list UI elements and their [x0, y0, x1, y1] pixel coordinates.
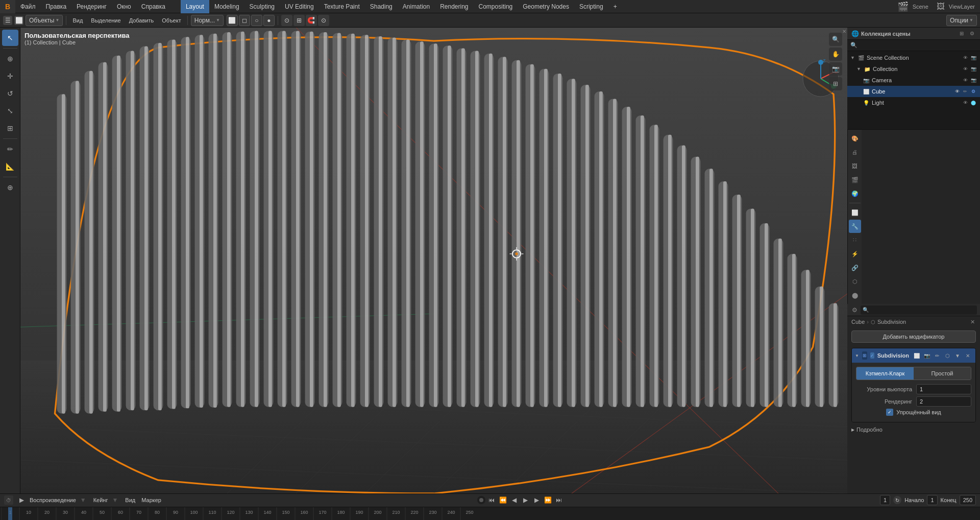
mode-dropdown[interactable]: Объекты ▼ [26, 15, 63, 26]
workspace-modeling[interactable]: Modeling [209, 0, 244, 13]
menu-window[interactable]: Окно [112, 0, 136, 13]
prev-frame-btn[interactable]: ⏪ [498, 495, 508, 505]
tool-annotate[interactable]: ✏ [2, 141, 18, 157]
tool-measure[interactable]: 📐 [2, 158, 18, 175]
shading-material[interactable]: ○ [251, 15, 262, 26]
prop-tab-view-layer[interactable]: 🖼 [849, 159, 861, 173]
cam-vis-render[interactable]: 📷 [970, 77, 977, 84]
timeline-ruler[interactable]: 1 10 20 30 40 50 60 70 80 [0, 507, 980, 520]
outliner-item-collection[interactable]: ▼ 📁 Collection 👁 📷 [847, 63, 980, 75]
modifier-enable-btn[interactable]: ✓ [870, 352, 874, 359]
modifier-expand-toggle[interactable]: ▼ [855, 353, 859, 358]
object-menu[interactable]: Объект [159, 15, 184, 26]
grid-toggle-btn[interactable]: ⊞ [829, 77, 842, 90]
tool-move[interactable]: ✛ [2, 68, 18, 84]
prop-tab-scene[interactable]: 🎬 [849, 173, 861, 186]
levels-value[interactable]: 1 [916, 384, 971, 394]
add-modifier-button[interactable]: Добавить модификатор [851, 330, 976, 343]
workspace-scripting[interactable]: Scripting [574, 0, 608, 13]
viewport-canvas[interactable]: Пользовательская перспектива (1) Collect… [20, 28, 847, 493]
cube-vis-render[interactable]: ✏ [962, 88, 969, 95]
prop-tab-output[interactable]: 🖨 [849, 146, 861, 159]
outliner-item-camera[interactable]: 📷 Camera 👁 📷 [847, 75, 980, 86]
details-collapse[interactable]: ▶ Подробно [847, 424, 980, 435]
prop-tab-data[interactable]: ⬡ [849, 275, 861, 288]
prop-tab-object[interactable]: ⬜ [849, 206, 861, 219]
next-keyframe-btn[interactable]: ▶ [531, 495, 542, 505]
close-panel-btn[interactable]: ✕ [969, 318, 976, 325]
timeline-view-label[interactable]: Вид [125, 497, 135, 503]
modifier-block-header[interactable]: ▼ ⊞ ✓ Subdivision ⬜ 📷 ✏ ⬡ ▼ [852, 348, 975, 363]
sync-frame-btn[interactable]: ↻ [893, 496, 901, 504]
modifier-edit-btn[interactable]: ✏ [933, 351, 942, 360]
3d-viewport[interactable]: Пользовательская перспектива (1) Collect… [20, 28, 847, 493]
prop-tab-physics[interactable]: ⚡ [849, 247, 861, 261]
zoom-in-btn[interactable]: 🔍 [829, 33, 842, 46]
timeline-marker-label[interactable]: Маркер [141, 497, 161, 503]
frame-end-input[interactable]: 250 [960, 495, 976, 505]
prop-tab-render[interactable]: 🎨 [849, 132, 861, 145]
simple-tab[interactable]: Простой [914, 367, 971, 380]
workspace-compositing[interactable]: Compositing [474, 0, 518, 13]
catmull-clark-tab[interactable]: Кэтмелл-Кларк [856, 367, 914, 380]
properties-settings-icon[interactable]: ⚙ [850, 306, 859, 314]
tool-add[interactable]: ⊕ [2, 179, 18, 196]
hand-tool-btn[interactable]: ✋ [829, 48, 842, 61]
prev-keyframe-btn[interactable]: ◀ [509, 495, 519, 505]
camera-view-btn[interactable]: 📷 [829, 62, 842, 76]
workspace-uv-editing[interactable]: UV Editing [280, 0, 319, 13]
light-vis-eye[interactable]: 👁 [962, 99, 969, 106]
workspace-texture-paint[interactable]: Texture Paint [319, 0, 365, 13]
keying-label[interactable]: Кейнг [93, 497, 108, 503]
shading-dropdown[interactable]: Норм... ▼ [191, 15, 224, 26]
workspace-sculpting[interactable]: Sculpting [244, 0, 280, 13]
prop-tab-particles[interactable]: ∷ [849, 233, 861, 247]
jump-start-btn[interactable]: ⏮ [486, 495, 497, 505]
playback-label[interactable]: Воспроизведение [30, 497, 76, 503]
current-frame-input[interactable]: 1 [880, 495, 890, 505]
cube-vis-eye[interactable]: 👁 [953, 88, 961, 95]
simplified-checkbox[interactable]: ✓ [886, 409, 893, 416]
proportional-toggle[interactable]: ⊙ [318, 15, 329, 26]
modifier-cage-btn[interactable]: ⬡ [943, 351, 952, 360]
viewport-gizmo-toggle[interactable]: ⊞ [293, 15, 305, 26]
light-vis-render[interactable]: ⬤ [970, 99, 977, 106]
col-vis-eye[interactable]: 👁 [962, 65, 969, 73]
tool-select[interactable]: ↖ [2, 30, 18, 46]
shading-wireframe[interactable]: ◻ [239, 15, 250, 26]
outliner-item-light[interactable]: 💡 Light 👁 ⬤ [847, 97, 980, 108]
properties-search[interactable]: 🔍 [861, 305, 977, 315]
cam-vis-eye[interactable]: 👁 [962, 77, 969, 84]
menu-help[interactable]: Справка [136, 0, 170, 13]
vis-eye[interactable]: 👁 [962, 54, 969, 61]
modifier-realtime-btn[interactable]: ⬜ [912, 351, 921, 360]
shading-rendered[interactable]: ● [263, 15, 275, 26]
modifier-close-btn[interactable]: ✕ [963, 351, 972, 360]
timeline-type-icon[interactable]: ⏱ [4, 495, 13, 505]
workspace-add[interactable]: + [608, 0, 622, 13]
prop-tab-material[interactable]: ⬤ [849, 289, 861, 302]
workspace-shading[interactable]: Shading [365, 0, 398, 13]
next-frame-btn[interactable]: ⏩ [543, 495, 553, 505]
shading-solid[interactable]: ⬜ [227, 15, 238, 26]
prop-tab-constraints[interactable]: 🔗 [849, 261, 861, 274]
modifier-apply-btn[interactable]: ▼ [953, 351, 962, 360]
toolbar-toggle[interactable]: ☰ [3, 16, 12, 25]
options-dropdown[interactable]: Опции ▼ [946, 15, 977, 26]
add-menu[interactable]: Добавить [126, 15, 157, 26]
workspace-animation[interactable]: Animation [398, 0, 435, 13]
menu-file[interactable]: Файл [15, 0, 41, 13]
vis-render[interactable]: 📷 [970, 54, 977, 61]
jump-end-btn[interactable]: ⏭ [554, 495, 564, 505]
prop-tab-modifier[interactable]: 🔧 [849, 220, 861, 233]
tool-scale[interactable]: ⤡ [2, 103, 18, 119]
tool-transform[interactable]: ⊞ [2, 120, 18, 136]
menu-edit[interactable]: Правка [41, 0, 72, 13]
outliner-item-scene-collection[interactable]: ▼ 🎬 Scene Collection 👁 📷 [847, 52, 980, 63]
prop-tab-world[interactable]: 🌍 [849, 187, 861, 200]
menu-render[interactable]: Рендеринг [71, 0, 112, 13]
viewport-icon[interactable]: ⬜ [14, 16, 23, 25]
outliner-filter[interactable]: ⊞ [958, 30, 966, 38]
outliner-item-cube[interactable]: ⬜ Cube 👁 ✏ ⚙ [847, 86, 980, 97]
viewport-close-btn[interactable]: ✕ [842, 29, 846, 34]
